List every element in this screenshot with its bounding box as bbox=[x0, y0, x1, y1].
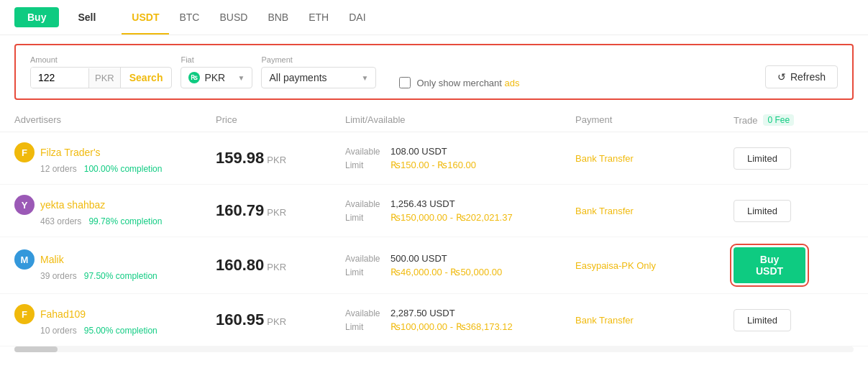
tab-usdt[interactable]: USDT bbox=[122, 7, 169, 27]
action-cell: Limited bbox=[734, 309, 805, 331]
limit-value: ₨100,000.00 - ₨368,173.12 bbox=[390, 321, 513, 332]
payment-method: Easypaisa-PK Only bbox=[575, 260, 734, 271]
price-cell: 160.79PKR bbox=[216, 201, 345, 220]
action-cell: Limited bbox=[734, 200, 805, 222]
limit-label: Limit bbox=[345, 213, 385, 223]
limit-cell: Available 1,256.43 USDT Limit ₨150,000.0… bbox=[345, 198, 575, 223]
limited-button[interactable]: Limited bbox=[734, 147, 791, 170]
buy-usdt-button[interactable]: Buy USDT bbox=[734, 247, 805, 283]
available-value: 1,256.43 USDT bbox=[390, 198, 455, 209]
limit-value: ₨150,000.00 - ₨202,021.37 bbox=[390, 212, 513, 223]
order-count: 463 orders bbox=[40, 216, 81, 226]
limit-label: Limit bbox=[345, 267, 385, 277]
refresh-button[interactable]: ↺ Refresh bbox=[765, 65, 838, 88]
price-cell: 160.95PKR bbox=[216, 311, 345, 329]
available-label: Available bbox=[345, 308, 385, 318]
order-count: 10 orders bbox=[40, 326, 77, 336]
available-row: Available 500.00 USDT bbox=[345, 253, 575, 264]
tab-eth[interactable]: ETH bbox=[298, 7, 339, 27]
fiat-filter-group: Fiat ₨ PKR ▼ bbox=[181, 55, 252, 88]
amount-input[interactable] bbox=[31, 68, 88, 88]
advertiser-info: F Fahad109 10 orders 95.00% completion bbox=[14, 304, 216, 336]
limit-row: Limit ₨150.00 - ₨160.00 bbox=[345, 160, 575, 170]
limit-cell: Available 2,287.50 USDT Limit ₨100,000.0… bbox=[345, 308, 575, 332]
available-value: 108.00 USDT bbox=[390, 146, 447, 157]
advertiser-stats: 39 orders 97.50% completion bbox=[40, 271, 216, 281]
tab-dai[interactable]: DAI bbox=[339, 7, 375, 27]
buy-tab[interactable]: Buy bbox=[14, 7, 59, 27]
advertiser-name[interactable]: Filza Trader's bbox=[40, 147, 101, 158]
currency-tabs: USDT BTC BUSD BNB ETH DAI bbox=[122, 7, 375, 27]
limit-row: Limit ₨46,000.00 - ₨50,000.00 bbox=[345, 267, 575, 277]
limited-button[interactable]: Limited bbox=[734, 200, 791, 222]
fee-badge: 0 Fee bbox=[763, 114, 794, 126]
action-cell: Limited bbox=[734, 147, 805, 170]
limit-cell: Available 108.00 USDT Limit ₨150.00 - ₨1… bbox=[345, 146, 575, 170]
fiat-icon: ₨ bbox=[188, 72, 200, 83]
sell-tab[interactable]: Sell bbox=[65, 7, 109, 27]
filter-bar: Amount PKR Search Fiat ₨ PKR ▼ Payment A… bbox=[14, 44, 854, 100]
available-row: Available 1,256.43 USDT bbox=[345, 198, 575, 209]
table-header: Advertisers Price Limit/Available Paymen… bbox=[0, 109, 868, 132]
table-row: M Malik 39 orders 97.50% completion 160.… bbox=[0, 237, 868, 294]
payment-method: Bank Transfer bbox=[575, 153, 734, 164]
payment-label: Payment bbox=[261, 55, 376, 64]
payment-dropdown[interactable]: All payments ▼ bbox=[261, 67, 376, 88]
advertiser-name[interactable]: Malik bbox=[40, 254, 64, 265]
available-value: 2,287.50 USDT bbox=[390, 308, 455, 318]
advertiser-info: F Filza Trader's 12 orders 100.00% compl… bbox=[14, 142, 216, 174]
action-cell: Buy USDT bbox=[734, 247, 805, 283]
advertiser-name-row: M Malik bbox=[14, 249, 216, 270]
fiat-value: PKR bbox=[204, 72, 225, 83]
avatar: F bbox=[14, 142, 35, 162]
completion-rate: 97.50% completion bbox=[84, 271, 157, 281]
limit-value: ₨150.00 - ₨160.00 bbox=[390, 160, 476, 170]
advertiser-stats: 10 orders 95.00% completion bbox=[40, 326, 216, 336]
col-payment: Payment bbox=[575, 114, 734, 126]
limit-label: Limit bbox=[345, 160, 385, 170]
price-unit: PKR bbox=[267, 155, 286, 165]
merchant-filter: Only show merchant ads bbox=[399, 77, 519, 88]
amount-filter-group: Amount PKR Search bbox=[30, 55, 172, 88]
advertiser-name[interactable]: yekta shahbaz bbox=[40, 199, 105, 211]
amount-currency: PKR bbox=[88, 68, 120, 88]
col-advertisers: Advertisers bbox=[14, 114, 216, 126]
tab-busd[interactable]: BUSD bbox=[209, 7, 257, 27]
fiat-dropdown[interactable]: ₨ PKR ▼ bbox=[181, 67, 252, 88]
merchant-link[interactable]: ads bbox=[505, 78, 520, 88]
horizontal-scrollbar[interactable] bbox=[14, 346, 854, 352]
advertiser-stats: 463 orders 99.78% completion bbox=[40, 216, 216, 226]
amount-label: Amount bbox=[30, 55, 172, 64]
payment-filter-group: Payment All payments ▼ bbox=[261, 55, 376, 88]
limited-button[interactable]: Limited bbox=[734, 309, 791, 331]
price-unit: PKR bbox=[267, 316, 286, 327]
limit-cell: Available 500.00 USDT Limit ₨46,000.00 -… bbox=[345, 253, 575, 277]
price-unit: PKR bbox=[267, 207, 286, 218]
completion-rate: 100.00% completion bbox=[84, 164, 163, 174]
price-cell: 160.80PKR bbox=[216, 256, 345, 275]
advertiser-name[interactable]: Fahad109 bbox=[40, 308, 86, 320]
available-label: Available bbox=[345, 147, 385, 157]
available-label: Available bbox=[345, 254, 385, 264]
table-row: F Filza Trader's 12 orders 100.00% compl… bbox=[0, 132, 868, 185]
completion-rate: 99.78% completion bbox=[88, 216, 162, 226]
limit-row: Limit ₨150,000.00 - ₨202,021.37 bbox=[345, 212, 575, 223]
tab-bnb[interactable]: BNB bbox=[257, 7, 298, 27]
scrollbar-thumb[interactable] bbox=[14, 346, 58, 352]
table-row: Y yekta shahbaz 463 orders 99.78% comple… bbox=[0, 185, 868, 237]
merchant-checkbox[interactable] bbox=[399, 77, 411, 88]
advertiser-name-row: F Filza Trader's bbox=[14, 142, 216, 162]
col-limit: Limit/Available bbox=[345, 114, 575, 126]
avatar: M bbox=[14, 249, 35, 270]
col-trade: Trade 0 Fee bbox=[734, 114, 805, 126]
table-body: F Filza Trader's 12 orders 100.00% compl… bbox=[0, 132, 868, 346]
avatar: Y bbox=[14, 195, 35, 215]
refresh-label: Refresh bbox=[790, 71, 826, 83]
tab-btc[interactable]: BTC bbox=[169, 7, 209, 27]
advertiser-name-row: Y yekta shahbaz bbox=[14, 195, 216, 215]
price-unit: PKR bbox=[267, 262, 286, 272]
limit-label: Limit bbox=[345, 322, 385, 332]
advertiser-name-row: F Fahad109 bbox=[14, 304, 216, 324]
available-row: Available 2,287.50 USDT bbox=[345, 308, 575, 318]
search-button[interactable]: Search bbox=[120, 68, 172, 88]
